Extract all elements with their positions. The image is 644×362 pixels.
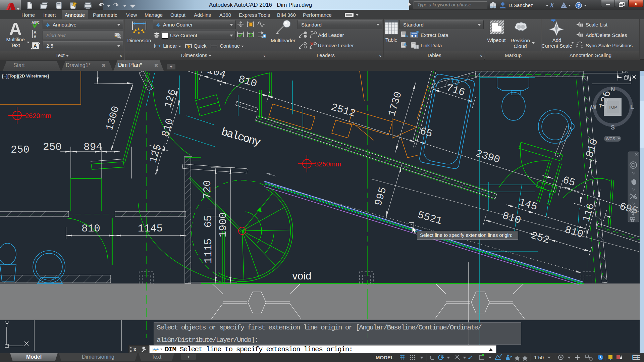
svg-text:A: A (34, 30, 37, 35)
svg-text:E: E (630, 104, 634, 110)
svg-text:D.Sanchez: D.Sanchez (508, 2, 533, 8)
svg-text:A: A (34, 43, 37, 49)
svg-text:3250mm: 3250mm (315, 160, 341, 168)
svg-text:[−][Top][2D Wireframe]: [−][Top][2D Wireframe] (2, 73, 49, 79)
svg-text:1115: 1115 (203, 239, 214, 263)
svg-text:894: 894 (84, 141, 102, 153)
svg-text:810: 810 (82, 223, 100, 235)
svg-text:TOP: TOP (609, 105, 617, 110)
svg-text:ABC: ABC (32, 20, 40, 24)
svg-text:720: 720 (202, 180, 213, 199)
svg-text:2620mm: 2620mm (25, 112, 51, 119)
svg-text:X: X (549, 2, 554, 9)
svg-text:?: ? (577, 3, 580, 8)
svg-text:250: 250 (43, 141, 62, 153)
svg-text:S: S (611, 124, 615, 131)
svg-text:N: N (611, 86, 615, 93)
svg-text:65: 65 (203, 215, 214, 227)
svg-text:A: A (34, 35, 37, 39)
svg-text:W: W (591, 104, 597, 110)
svg-text:250: 250 (11, 144, 30, 156)
svg-text:1900: 1900 (217, 212, 229, 237)
svg-text:1145: 1145 (138, 223, 163, 235)
svg-text:void: void (292, 270, 312, 282)
svg-text:1:50: 1:50 (534, 355, 544, 360)
svg-text:WCS: WCS (606, 137, 615, 141)
